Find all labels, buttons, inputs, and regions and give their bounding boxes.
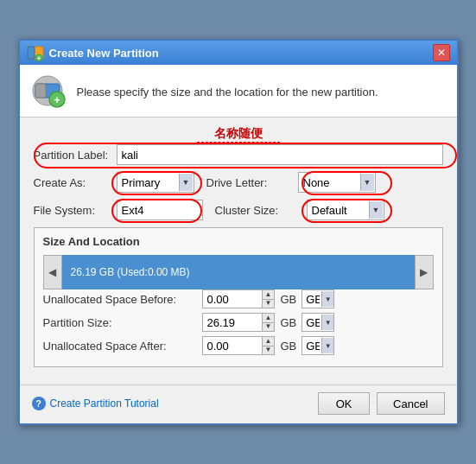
bar-left-arrow[interactable]: ◀ <box>43 255 62 289</box>
partition-size-spinner: ▲ ▼ <box>263 313 276 332</box>
annotation-label: 名称随便 <box>34 126 443 143</box>
bar-right-arrow[interactable]: ▶ <box>415 255 434 289</box>
create-as-select[interactable]: Primary Logical Extended <box>117 172 194 193</box>
title-bar: + Create New Partition ✕ <box>20 41 457 65</box>
unallocated-after-down[interactable]: ▼ <box>263 346 275 355</box>
cluster-size-select-wrapper: Default 512 1024 4096 ▼ <box>307 200 384 220</box>
unallocated-before-unit: GB <box>280 293 296 306</box>
create-as-row: Create As: Primary Logical Extended ▼ Dr… <box>34 172 443 193</box>
unallocated-after-spinner: ▲ ▼ <box>263 336 276 355</box>
unallocated-before-label: Unallocated Space Before: <box>43 293 199 306</box>
partition-bar-row: ◀ 26.19 GB (Used:0.00 MB) ▶ <box>43 255 434 289</box>
create-as-select-wrapper: Primary Logical Extended ▼ <box>117 172 194 193</box>
header-icon: + <box>32 75 67 110</box>
partition-size-down[interactable]: ▼ <box>263 323 275 332</box>
partition-size-up[interactable]: ▲ <box>263 314 275 323</box>
svg-text:+: + <box>54 94 60 106</box>
partition-label-label: Partition Label: <box>34 149 111 162</box>
cluster-size-label: Cluster Size: <box>215 204 301 217</box>
unallocated-after-unit-select[interactable]: GB MB <box>301 336 334 355</box>
cancel-button[interactable]: Cancel <box>377 392 444 415</box>
svg-text:+: + <box>36 55 40 61</box>
unallocated-before-unit-select[interactable]: GB MB <box>301 289 334 308</box>
create-partition-dialog: + Create New Partition ✕ + Please specif… <box>18 39 459 425</box>
file-system-input[interactable] <box>117 200 203 220</box>
unallocated-before-row: Unallocated Space Before: ▲ ▼ GB GB MB ▼ <box>43 289 434 308</box>
partition-bar-fill: 26.19 GB (Used:0.00 MB) <box>62 255 415 289</box>
unallocated-after-up[interactable]: ▲ <box>263 337 275 346</box>
unallocated-before-down[interactable]: ▼ <box>263 300 275 308</box>
partition-size-unit: GB <box>280 316 296 329</box>
unallocated-before-up[interactable]: ▲ <box>263 290 275 300</box>
dialog-title-icon: + <box>27 44 44 61</box>
unallocated-after-input-wrapper: ▲ ▼ <box>202 336 276 355</box>
partition-size-input[interactable] <box>202 313 263 332</box>
size-location-section: Size And Location ◀ 26.19 GB (Used:0.00 … <box>34 227 443 367</box>
section-title: Size And Location <box>43 235 434 248</box>
partition-size-row: Partition Size: ▲ ▼ GB GB MB ▼ <box>43 313 434 332</box>
footer-left: ? Create Partition Tutorial <box>32 397 159 410</box>
partition-label-input[interactable] <box>117 144 443 165</box>
svg-rect-6 <box>35 84 46 98</box>
unallocated-before-input-wrapper: ▲ ▼ <box>202 289 276 308</box>
tutorial-link[interactable]: Create Partition Tutorial <box>50 397 159 410</box>
help-icon[interactable]: ? <box>32 397 46 410</box>
footer-right: OK Cancel <box>318 392 444 415</box>
unallocated-after-input[interactable] <box>202 336 263 355</box>
partition-size-label: Partition Size: <box>43 316 199 329</box>
close-button[interactable]: ✕ <box>433 44 450 61</box>
partition-size-unit-select-wrapper: GB MB ▼ <box>301 313 334 332</box>
unallocated-before-unit-select-wrapper: GB MB ▼ <box>301 289 334 308</box>
dialog-header: + Please specify the size and the locati… <box>20 65 457 118</box>
unallocated-before-spinner: ▲ ▼ <box>263 289 276 308</box>
create-drive-container: Create As: Primary Logical Extended ▼ Dr… <box>34 172 443 193</box>
partition-size-unit-select[interactable]: GB MB <box>301 313 334 332</box>
create-as-label: Create As: <box>34 176 111 189</box>
dialog-body: 名称随便 Partition Label: Create As: Primary… <box>20 118 457 385</box>
drive-letter-select-wrapper: None C: D: ▼ <box>298 172 376 193</box>
svg-rect-1 <box>28 47 35 59</box>
partition-label-container: Partition Label: <box>34 144 443 165</box>
dialog-title: Create New Partition <box>49 47 428 60</box>
ok-button[interactable]: OK <box>318 392 370 415</box>
dialog-footer: ? Create Partition Tutorial OK Cancel <box>20 385 457 423</box>
header-description: Please specify the size and the location… <box>77 85 378 100</box>
unallocated-after-unit-select-wrapper: GB MB ▼ <box>301 336 334 355</box>
filesystem-row: File System: Cluster Size: Default 512 1… <box>34 200 443 220</box>
unallocated-after-label: Unallocated Space After: <box>43 340 199 353</box>
drive-letter-select[interactable]: None C: D: <box>298 172 376 193</box>
filesystem-cluster-container: File System: Cluster Size: Default 512 1… <box>34 200 443 220</box>
unallocated-before-input[interactable] <box>202 289 263 308</box>
partition-size-input-wrapper: ▲ ▼ <box>202 313 276 332</box>
cluster-size-select[interactable]: Default 512 1024 4096 <box>307 200 384 220</box>
unallocated-after-unit: GB <box>280 340 296 353</box>
partition-label-row: Partition Label: <box>34 144 443 165</box>
drive-letter-label: Drive Letter: <box>206 176 293 189</box>
unallocated-after-row: Unallocated Space After: ▲ ▼ GB GB MB ▼ <box>43 336 434 355</box>
file-system-label: File System: <box>34 204 111 217</box>
bar-label: 26.19 GB (Used:0.00 MB) <box>71 266 190 278</box>
